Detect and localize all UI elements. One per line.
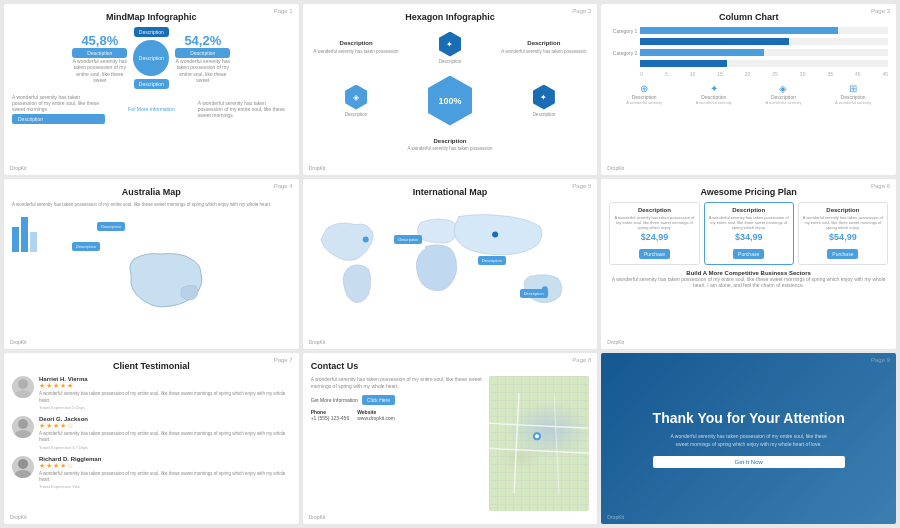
testimonial-text-3: Richard D. Riggleman ★★★★☆ A wonderful s… xyxy=(39,456,291,490)
contact-link-btn[interactable]: Click Here xyxy=(362,395,395,405)
avatar-1 xyxy=(12,376,34,398)
bar-fill-3 xyxy=(640,49,764,56)
slide-world-map: Page 5 International Map Description Des… xyxy=(303,179,598,350)
aus-pin-2: Description xyxy=(72,242,100,251)
slide-title-2: Hexagon Infographic xyxy=(311,12,590,22)
hex-item-3: Description A wonderful serenity has tak… xyxy=(501,40,586,55)
mm-for-more: For More Information xyxy=(105,106,198,112)
svg-point-4 xyxy=(14,390,32,398)
chart-axis: 0 5 10 15 20 25 30 35 40 45 xyxy=(640,71,888,77)
pricing-cards: Description A wonderful serenity has tak… xyxy=(609,202,888,266)
bar-row-3: Category 2 xyxy=(609,49,888,56)
dropkit-5: DropKit xyxy=(309,339,326,345)
stars-2: ★★★★☆ xyxy=(39,422,291,430)
dropkit-4: DropKit xyxy=(10,339,27,345)
aus-desc: A wonderful serenity has taken possessio… xyxy=(12,202,291,208)
svg-line-11 xyxy=(514,394,519,494)
price-btn-1[interactable]: Purchase xyxy=(639,249,670,259)
slide-title-5: International Map xyxy=(311,187,590,197)
svg-point-14 xyxy=(535,435,539,439)
avatar-2 xyxy=(12,416,34,438)
hex-center: 100% xyxy=(428,76,472,126)
thankyou-title: Thank You for Your Attention xyxy=(653,409,845,427)
aus-chart-left xyxy=(12,212,37,347)
slide-hexagon: Page 2 Hexagon Infographic Description A… xyxy=(303,4,598,175)
chart-icon-2: ✦ Description A wonderful serenity xyxy=(696,83,732,105)
testimonial-text-2: Deori G. Jackson ★★★★☆ A wonderful seren… xyxy=(39,416,291,450)
slide-contact: Page 8 Contact Us A wonderful serenity h… xyxy=(303,353,598,524)
hex-grid: Description A wonderful serenity has tak… xyxy=(311,27,590,157)
hex-item-1: Description A wonderful serenity has tak… xyxy=(314,40,399,55)
chart-icon-3: ◈ Description A wonderful serenity xyxy=(765,83,801,105)
mm-pill-left: Description xyxy=(72,48,127,58)
svg-point-8 xyxy=(14,470,32,478)
mm-num-left: 45,8% xyxy=(72,33,127,48)
mm-center: Description Description Description xyxy=(133,27,169,89)
svg-line-10 xyxy=(489,449,589,454)
world-pin-3: Description xyxy=(520,289,548,298)
price-btn-3[interactable]: Purchase xyxy=(827,249,858,259)
testimonial-text-1: Harriet H. Vierma ★★★★★ A wonderful sere… xyxy=(39,376,291,410)
dropkit-1: DropKit xyxy=(10,165,27,171)
slide-australia: Page 4 Australia Map A wonderful serenit… xyxy=(4,179,299,350)
contact-left: A wonderful serenity has taken possessio… xyxy=(311,376,484,511)
price-card-2: Description A wonderful serenity has tak… xyxy=(704,202,794,266)
chart-icon-4: ⊞ Description A wonderful serenity xyxy=(835,83,871,105)
page-num-4: Page 4 xyxy=(274,183,293,189)
slide-title-1: MindMap Infographic xyxy=(12,12,291,22)
mm-pill-right: Description xyxy=(175,48,230,58)
hex-right-icon: ✦ Description xyxy=(533,85,556,117)
testimonial-2: Deori G. Jackson ★★★★☆ A wonderful seren… xyxy=(12,416,291,450)
mm-top-pill: Description xyxy=(134,27,169,37)
mm-stat-left: 45,8% Description A wonderful serenity h… xyxy=(72,33,127,84)
bar-row-2 xyxy=(609,38,888,45)
price-btn-2[interactable]: Purchase xyxy=(733,249,764,259)
slide-testimonial: Page 7 Client Testimonial Harriet H. Vie… xyxy=(4,353,299,524)
mm-stat-right: 54,2% Description A wonderful serenity h… xyxy=(175,33,230,84)
avatar-3 xyxy=(12,456,34,478)
dropkit-3: DropKit xyxy=(607,165,624,171)
aus-bar-2 xyxy=(21,217,28,252)
chart-icons: ⊕ Description A wonderful serenity ✦ Des… xyxy=(609,83,888,105)
mm-num-right: 54,2% xyxy=(175,33,230,48)
testimonial-3: Richard D. Riggleman ★★★★☆ A wonderful s… xyxy=(12,456,291,490)
chart-content: Category 1 Category 2 0 5 10 xyxy=(609,27,888,77)
page-num-2: Page 2 xyxy=(572,8,591,14)
mm-desc-bottom: A wonderful serenity has taken possessio… xyxy=(12,94,105,112)
bar-fill-2 xyxy=(640,38,789,45)
dropkit-9: DropKit xyxy=(607,514,624,520)
svg-point-7 xyxy=(18,459,28,469)
contact-map xyxy=(489,376,589,511)
mm-btn[interactable]: Description xyxy=(12,114,105,124)
australia-svg xyxy=(116,244,216,314)
svg-line-12 xyxy=(554,394,559,494)
slide-title-4: Australia Map xyxy=(12,187,291,197)
price-card-3: Description A wonderful serenity has tak… xyxy=(798,202,888,266)
website-field: Website www.dropkit.com xyxy=(357,409,395,421)
page-num-7: Page 7 xyxy=(274,357,293,363)
slide-thankyou: Page 9 Thank You for Your Attention A wo… xyxy=(601,353,896,524)
slide-mindmap: Page 1 MindMap Infographic 45,8% Descrip… xyxy=(4,4,299,175)
map-streets xyxy=(489,376,589,511)
world-map-container: Description Description Description xyxy=(311,202,590,337)
stars-3: ★★★★☆ xyxy=(39,462,291,470)
slide-column-chart: Page 3 Column Chart Category 1 Category … xyxy=(601,4,896,175)
slide-title-6: Awesome Pricing Plan xyxy=(609,187,888,197)
svg-point-0 xyxy=(362,236,368,242)
aus-bar-3 xyxy=(30,232,37,252)
contact-info: Phone +1 (555) 123-456 Website www.dropk… xyxy=(311,409,484,421)
mm-bottom-pill: Description xyxy=(134,79,169,89)
thankyou-desc: A wonderful serenity has taken possessio… xyxy=(669,433,829,448)
thankyou-content: Thank You for Your Attention A wonderful… xyxy=(653,409,845,468)
page-num-8: Page 8 xyxy=(572,357,591,363)
thankyou-btn[interactable]: Get It Now xyxy=(653,456,845,468)
mm-desc-bottom-r: A wonderful serenity has taken possessio… xyxy=(198,100,291,118)
svg-point-5 xyxy=(18,419,28,429)
dropkit-8: DropKit xyxy=(309,514,326,520)
testimonial-1: Harriet H. Vierma ★★★★★ A wonderful sere… xyxy=(12,376,291,410)
svg-point-3 xyxy=(18,379,28,389)
world-pin-1: Description xyxy=(394,235,422,244)
hex-bottom: Description A wonderful serenity has tak… xyxy=(407,138,492,153)
page-num-5: Page 5 xyxy=(572,183,591,189)
aus-pin-1: Description xyxy=(97,222,125,231)
